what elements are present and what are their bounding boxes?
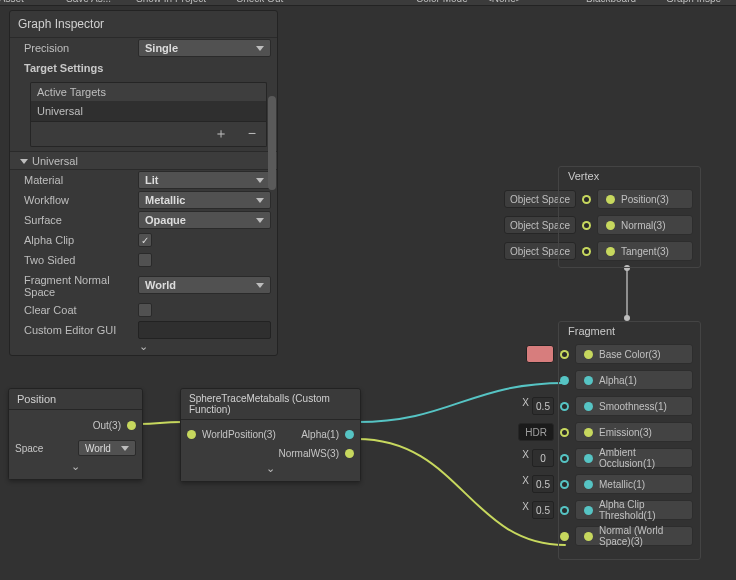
fragment-alphaclip-value[interactable]: 0.5 — [532, 501, 554, 519]
fragment-ao-port[interactable] — [560, 454, 569, 463]
svg-point-0 — [624, 265, 630, 271]
sphere-trace-metaballs-node[interactable]: SphereTraceMetaballs (Custom Function) W… — [180, 388, 361, 482]
vertex-tangent-port[interactable] — [582, 247, 591, 256]
universal-foldout[interactable]: Universal — [10, 151, 277, 170]
surface-dropdown[interactable]: Opaque — [138, 211, 271, 229]
alpha-clip-label: Alpha Clip — [24, 234, 138, 246]
fragment-alpha-slot[interactable]: Alpha(1) — [575, 370, 693, 390]
sphere-alpha-label: Alpha(1) — [301, 429, 339, 440]
fragment-alphaclip-slot[interactable]: Alpha Clip Threshold(1) — [575, 500, 693, 520]
vertex-tangent-default[interactable]: Object Space — [504, 242, 576, 260]
fragment-ao-x-label: X — [522, 449, 529, 467]
vertex-normal-default[interactable]: Object Space — [504, 216, 576, 234]
sphere-worldposition-label: WorldPosition(3) — [202, 429, 276, 440]
toolbar-check-out[interactable]: Check Out — [230, 0, 289, 5]
fragment-basecolor-slot[interactable]: Base Color(3) — [575, 344, 693, 364]
toolbar: ve Asset Save As... Show In Project Chec… — [0, 0, 736, 6]
precision-label: Precision — [24, 42, 138, 54]
fragment-smoothness-x-label: X — [522, 397, 529, 415]
vertex-tangent-slot[interactable]: Tangent(3) — [597, 241, 693, 261]
sphere-node-expand-icon[interactable]: ⌄ — [181, 462, 360, 477]
fragment-smoothness-slot[interactable]: Smoothness(1) — [575, 396, 693, 416]
position-out-port[interactable] — [127, 421, 136, 430]
active-targets-list: Active Targets Universal ＋ − — [30, 82, 267, 147]
vertex-stack: Vertex Object Space Position(3) Object S… — [498, 170, 699, 264]
fragment-ao-slot[interactable]: Ambient Occlusion(1) — [575, 448, 693, 468]
alpha-clip-checkbox[interactable]: ✓ — [138, 233, 152, 247]
fragment-metallic-slot[interactable]: Metallic(1) — [575, 474, 693, 494]
fragment-basecolor-port[interactable] — [560, 350, 569, 359]
sphere-alpha-port[interactable] — [345, 430, 354, 439]
sphere-node-title: SphereTraceMetaballs (Custom Function) — [181, 389, 360, 420]
toolbar-save-asset[interactable]: ve Asset — [0, 0, 30, 5]
toolbar-color-mode-value[interactable]: <None> — [480, 0, 528, 5]
toolbar-save-as[interactable]: Save As... — [60, 0, 117, 5]
sphere-normalws-label: NormalWS(3) — [278, 448, 339, 459]
sphere-worldposition-port[interactable] — [187, 430, 196, 439]
graph-inspector-title: Graph Inspector — [10, 11, 277, 38]
fragment-normal-space-dropdown[interactable]: World — [138, 276, 271, 294]
fragment-heading: Fragment — [564, 325, 699, 341]
fragment-smoothness-port[interactable] — [560, 402, 569, 411]
chevron-down-icon — [256, 46, 264, 51]
fragment-metallic-x-label: X — [522, 475, 529, 493]
fragment-normalws-port[interactable] — [560, 532, 569, 541]
workflow-label: Workflow — [24, 194, 138, 206]
clear-coat-label: Clear Coat — [24, 304, 138, 316]
precision-dropdown[interactable]: Single — [138, 39, 271, 57]
fragment-basecolor-swatch[interactable] — [526, 345, 554, 363]
vertex-position-port[interactable] — [582, 195, 591, 204]
fragment-normalws-slot[interactable]: Normal (World Space)(3) — [575, 526, 693, 546]
active-target-item[interactable]: Universal — [30, 101, 267, 122]
vertex-normal-slot[interactable]: Normal(3) — [597, 215, 693, 235]
surface-label: Surface — [24, 214, 138, 226]
position-node-expand-icon[interactable]: ⌄ — [9, 460, 142, 475]
position-node[interactable]: Position Out(3) Space World ⌄ — [8, 388, 143, 480]
toolbar-show-in-project[interactable]: Show In Project — [130, 0, 212, 5]
material-label: Material — [24, 174, 138, 186]
foldout-arrow-icon — [20, 159, 28, 164]
scroll-down-indicator-icon[interactable]: ⌄ — [10, 340, 277, 355]
sphere-normalws-port[interactable] — [345, 449, 354, 458]
custom-editor-gui-field[interactable] — [138, 321, 271, 339]
position-space-dropdown[interactable]: World — [78, 440, 136, 456]
fragment-stack: Fragment Base Color(3) Alpha(1) X 0.5 Sm… — [498, 325, 699, 549]
fragment-metallic-port[interactable] — [560, 480, 569, 489]
position-out-label: Out(3) — [93, 420, 121, 431]
svg-point-1 — [624, 315, 630, 321]
clear-coat-checkbox[interactable] — [138, 303, 152, 317]
fragment-smoothness-value[interactable]: 0.5 — [532, 397, 554, 415]
material-dropdown[interactable]: Lit — [138, 171, 271, 189]
vertex-heading: Vertex — [564, 170, 699, 186]
vertex-position-default[interactable]: Object Space — [504, 190, 576, 208]
two-sided-checkbox[interactable] — [138, 253, 152, 267]
fragment-metallic-value[interactable]: 0.5 — [532, 475, 554, 493]
fragment-emission-slot[interactable]: Emission(3) — [575, 422, 693, 442]
vertex-position-slot[interactable]: Position(3) — [597, 189, 693, 209]
position-space-label: Space — [15, 443, 43, 454]
toolbar-color-mode-label: Color Mode — [410, 0, 474, 5]
two-sided-label: Two Sided — [24, 254, 138, 266]
target-settings-heading: Target Settings — [24, 62, 103, 74]
position-node-title: Position — [9, 389, 142, 410]
fragment-emission-hdr[interactable]: HDR — [518, 423, 554, 441]
fragment-emission-port[interactable] — [560, 428, 569, 437]
toolbar-blackboard[interactable]: Blackboard — [580, 0, 642, 5]
custom-editor-gui-label: Custom Editor GUI — [24, 324, 138, 336]
fragment-ao-value[interactable]: 0 — [532, 449, 554, 467]
remove-target-button[interactable]: − — [248, 125, 260, 141]
add-target-button[interactable]: ＋ — [214, 125, 232, 141]
scrollbar-thumb[interactable] — [268, 96, 276, 190]
fragment-alphaclip-x-label: X — [522, 501, 529, 519]
fragment-normal-space-label: Fragment Normal Space — [24, 272, 138, 298]
toolbar-graph-inspector[interactable]: Graph Inspe — [660, 0, 727, 5]
fragment-alpha-port[interactable] — [560, 376, 569, 385]
workflow-dropdown[interactable]: Metallic — [138, 191, 271, 209]
fragment-alphaclip-port[interactable] — [560, 506, 569, 515]
vertex-normal-port[interactable] — [582, 221, 591, 230]
graph-inspector-panel: Graph Inspector Precision Single Target … — [9, 10, 278, 356]
active-targets-header: Active Targets — [30, 82, 267, 101]
